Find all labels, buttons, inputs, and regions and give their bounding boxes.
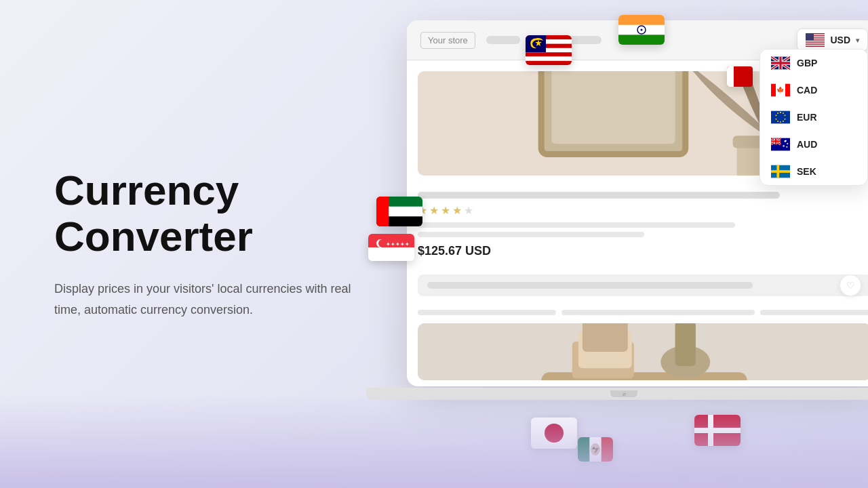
india-flag xyxy=(618,15,665,45)
svg-rect-4 xyxy=(806,41,825,42)
gbp-flag-icon xyxy=(771,56,790,70)
eur-flag-icon xyxy=(771,110,790,124)
svg-text:✦✦✦✦✦: ✦✦✦✦✦ xyxy=(386,241,410,247)
nav-pill-1 xyxy=(486,36,520,44)
star-rating: ★ ★ ★ ★ ★ xyxy=(418,204,868,217)
dropdown-item-eur[interactable]: EUR xyxy=(760,104,867,131)
info-bar-1 xyxy=(418,222,735,228)
denmark-flag xyxy=(694,415,741,446)
currency-dropdown-menu[interactable]: GBP 🍁 CAD xyxy=(760,49,868,186)
nav-pill-3 xyxy=(568,36,601,44)
aud-flag-icon xyxy=(771,138,790,151)
star-4: ★ xyxy=(452,204,462,217)
info-bar-2 xyxy=(418,232,644,237)
svg-point-28 xyxy=(783,145,785,146)
wishlist-bar-line xyxy=(427,282,753,289)
bottom-bar-2 xyxy=(561,310,755,315)
svg-point-15 xyxy=(783,113,784,114)
svg-point-20 xyxy=(777,121,778,122)
mexico-flag: 🦅 xyxy=(578,437,613,462)
svg-point-30 xyxy=(785,140,787,142)
wishlist-button[interactable]: ♡ xyxy=(840,274,861,296)
wishlist-bar: ♡ xyxy=(418,274,868,296)
svg-rect-6 xyxy=(806,45,825,46)
svg-rect-77 xyxy=(368,247,414,261)
malaysia-flag xyxy=(526,35,572,65)
hero-subtitle: Display prices in your visitors' local c… xyxy=(54,279,353,321)
bottom-bar-1 xyxy=(418,310,556,315)
svg-point-27 xyxy=(787,143,788,144)
svg-rect-75 xyxy=(376,197,389,226)
star-2: ★ xyxy=(429,204,439,217)
cad-flag-icon: 🍁 xyxy=(771,83,790,97)
svg-rect-67 xyxy=(618,35,665,45)
svg-point-19 xyxy=(780,121,781,123)
svg-point-22 xyxy=(775,115,776,116)
eur-label: EUR xyxy=(797,112,817,123)
sek-flag-icon xyxy=(771,165,790,178)
svg-rect-46 xyxy=(418,323,868,380)
star-3: ★ xyxy=(441,204,450,217)
svg-rect-54 xyxy=(675,323,696,366)
product-card-2 xyxy=(418,323,868,380)
furniture-image-2 xyxy=(418,323,868,380)
svg-text:🍁: 🍁 xyxy=(776,86,785,94)
svg-point-69 xyxy=(641,29,643,31)
browser-mockup: Your store USD ▾ xyxy=(407,20,868,386)
svg-rect-85 xyxy=(601,437,613,462)
usd-flag-icon xyxy=(806,33,825,47)
svg-rect-66 xyxy=(618,15,665,25)
svg-rect-90 xyxy=(694,428,741,433)
store-logo: Your store xyxy=(420,32,475,49)
svg-rect-33 xyxy=(771,170,790,173)
gbp-label: GBP xyxy=(797,58,817,68)
uae-flag xyxy=(376,197,422,226)
svg-rect-63 xyxy=(526,35,546,52)
hero-section: Currency Converter Display prices in you… xyxy=(54,167,353,321)
cad-label: CAD xyxy=(797,85,817,96)
svg-point-16 xyxy=(785,115,786,116)
svg-rect-84 xyxy=(578,437,589,462)
apple-logo-icon: ⌀ xyxy=(623,391,626,397)
svg-point-23 xyxy=(777,113,778,114)
hero-title: Currency Converter xyxy=(54,167,353,260)
laptop-notch: ⌀ xyxy=(610,390,637,397)
bottom-info-bars xyxy=(418,310,868,315)
japan-flag xyxy=(531,418,577,449)
dropdown-item-sek[interactable]: SEK xyxy=(760,158,867,185)
bottom-bar-3 xyxy=(760,310,868,315)
svg-rect-9 xyxy=(771,84,776,97)
dropdown-item-cad[interactable]: 🍁 CAD xyxy=(760,77,867,104)
svg-point-29 xyxy=(786,146,787,148)
svg-rect-5 xyxy=(806,43,825,44)
dropdown-item-aud[interactable]: AUD xyxy=(760,131,867,158)
svg-point-82 xyxy=(545,424,564,443)
svg-rect-7 xyxy=(806,33,814,41)
currency-dropdown-trigger[interactable]: USD ▾ xyxy=(797,28,868,52)
singapore-flag: ✦✦✦✦✦ xyxy=(368,234,414,261)
chevron-down-icon: ▾ xyxy=(856,37,859,44)
svg-point-18 xyxy=(783,121,784,122)
svg-rect-62 xyxy=(526,61,572,65)
dropdown-item-gbp[interactable]: GBP xyxy=(760,49,867,77)
svg-text:🦅: 🦅 xyxy=(592,446,600,454)
laptop-bottom-bar: ⌀ xyxy=(366,388,868,400)
svg-rect-45 xyxy=(551,71,675,144)
svg-point-24 xyxy=(780,112,781,113)
svg-rect-60 xyxy=(526,52,572,56)
aud-label: AUD xyxy=(797,139,817,150)
selected-currency-label: USD xyxy=(830,35,850,45)
svg-rect-61 xyxy=(526,57,572,61)
product-title-bar xyxy=(418,192,780,199)
sek-label: SEK xyxy=(797,166,816,177)
product-info: ★ ★ ★ ★ ★ $125.67 USD xyxy=(418,184,868,266)
svg-rect-71 xyxy=(727,66,734,87)
svg-rect-10 xyxy=(785,84,790,97)
product-price: $125.67 USD xyxy=(418,244,868,258)
svg-point-21 xyxy=(775,119,776,120)
svg-point-17 xyxy=(785,119,786,120)
svg-rect-52 xyxy=(583,323,628,352)
star-5: ★ xyxy=(464,204,473,217)
partial-red-flag xyxy=(727,66,753,87)
